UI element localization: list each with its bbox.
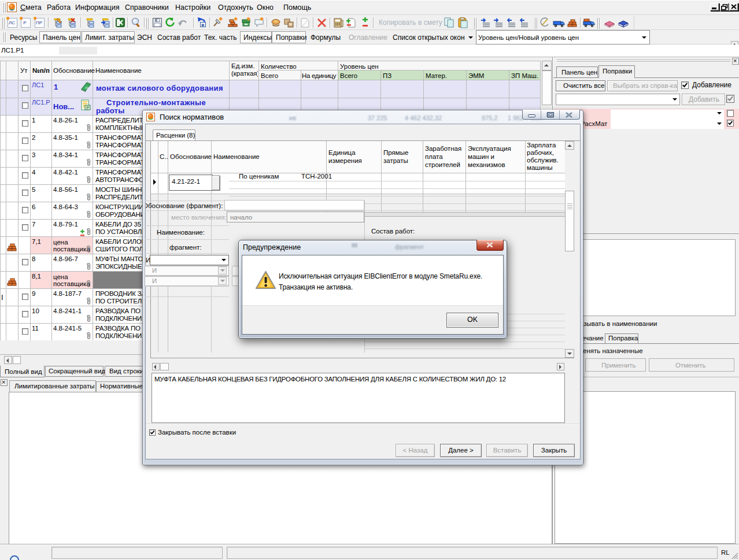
svg-text:P: P bbox=[87, 106, 90, 110]
svg-text:✱: ✱ bbox=[201, 23, 205, 27]
